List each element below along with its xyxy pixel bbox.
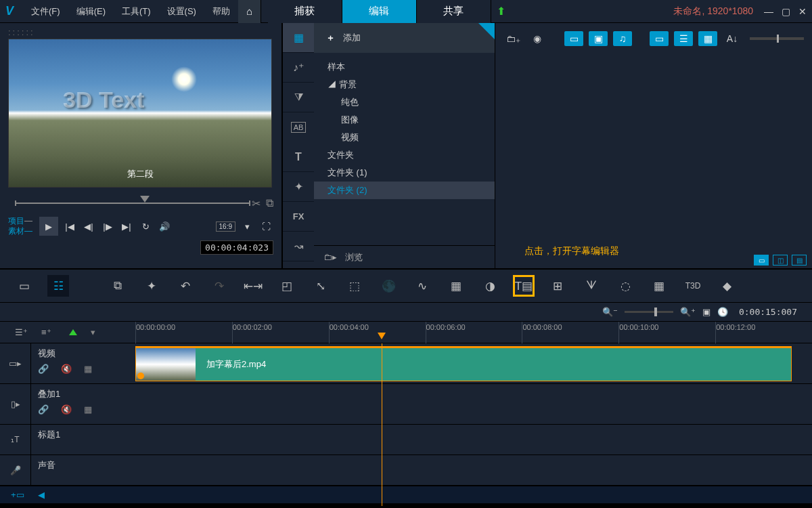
- lib-tab-title[interactable]: T: [283, 142, 314, 172]
- scrub-bar[interactable]: ✂ ⧉: [8, 193, 273, 211]
- copy-attrs-icon[interactable]: ⧉: [107, 275, 129, 297]
- track-type-audio[interactable]: 🎤: [0, 455, 31, 485]
- redo-button[interactable]: ↷: [208, 275, 230, 297]
- tree-folder[interactable]: 文件夹: [314, 146, 495, 164]
- filter-audio-icon[interactable]: ♫: [613, 31, 632, 46]
- track-type-video[interactable]: ▭▸: [0, 343, 31, 383]
- tab-edit[interactable]: 编辑: [342, 0, 417, 23]
- scrub-handle[interactable]: [140, 196, 150, 203]
- reverse-icon[interactable]: ▦: [445, 275, 467, 297]
- layout-view-3[interactable]: ▤: [792, 255, 807, 266]
- scroll-left-icon[interactable]: ◀: [38, 490, 45, 500]
- audio-track-lane[interactable]: [135, 455, 812, 486]
- fit-width-icon[interactable]: ⇤⇥: [242, 275, 264, 297]
- view-thumb-icon[interactable]: ▭: [650, 31, 669, 46]
- source-clip-label[interactable]: 素材—: [8, 226, 32, 236]
- playhead[interactable]: [382, 343, 382, 506]
- lib-tab-ab[interactable]: AB: [291, 122, 306, 133]
- video-track-lane[interactable]: 加字幕后2.mp4: [135, 343, 812, 384]
- timeline-duration[interactable]: 0:00:15:007: [735, 305, 801, 318]
- tree-sample[interactable]: 样本: [314, 58, 495, 76]
- pan-zoom-icon[interactable]: ⤡: [310, 275, 332, 297]
- zoom-slider[interactable]: [625, 311, 673, 313]
- aspect-ratio-button[interactable]: 16:9: [216, 221, 235, 232]
- zoom-out-icon[interactable]: 🔍⁻: [602, 307, 618, 317]
- video-clip[interactable]: 加字幕后2.mp4: [135, 346, 792, 381]
- tab-share[interactable]: 共享: [417, 0, 491, 23]
- crop-icon[interactable]: ◰: [276, 275, 298, 297]
- minimize-button[interactable]: —: [764, 6, 773, 17]
- mark-icon[interactable]: ⧉: [266, 197, 273, 210]
- storyboard-view-icon[interactable]: ▭: [14, 275, 35, 297]
- maximize-button[interactable]: ▢: [782, 6, 790, 17]
- go-end-button[interactable]: ▶|: [119, 219, 134, 234]
- menu-tools[interactable]: 工具(T): [114, 3, 159, 20]
- upload-icon[interactable]: ⬆: [497, 5, 505, 18]
- home-button[interactable]: ⌂: [238, 0, 261, 23]
- lib-tab-path[interactable]: ↝: [283, 232, 314, 261]
- 3d-title-icon[interactable]: T3D: [682, 275, 704, 297]
- tab-capture[interactable]: 捕获: [268, 0, 342, 23]
- mute-icon[interactable]: 🔇: [61, 364, 72, 374]
- track-motion-icon[interactable]: ◌: [614, 275, 636, 297]
- cut-icon[interactable]: ✂: [252, 197, 261, 210]
- track-opts-2[interactable]: ≡⁺: [41, 327, 51, 337]
- add-track-icon[interactable]: +▭: [11, 490, 24, 500]
- tree-background[interactable]: ◢ 背景: [314, 76, 495, 93]
- next-frame-button[interactable]: |▶: [100, 219, 115, 234]
- pin-icon[interactable]: [478, 23, 495, 39]
- import-folder-icon[interactable]: 🗀₊: [503, 31, 522, 46]
- filter-video-icon[interactable]: ▭: [564, 31, 583, 46]
- lib-tab-transitions[interactable]: ⧩: [283, 83, 314, 112]
- split-screen-icon[interactable]: ⊞: [547, 275, 568, 297]
- fullscreen-icon[interactable]: ⛶: [258, 219, 273, 234]
- lib-tab-audio[interactable]: ♪⁺: [283, 53, 314, 83]
- add-folder-button[interactable]: ＋ 添加: [314, 23, 495, 53]
- zoom-in-icon[interactable]: 🔍⁺: [680, 307, 696, 317]
- motion-icon[interactable]: ᗐ: [581, 275, 602, 297]
- multicam-icon[interactable]: ▦: [648, 275, 670, 297]
- tree-video[interactable]: 视频: [314, 129, 495, 146]
- view-list-icon[interactable]: ☰: [674, 31, 693, 46]
- sort-icon[interactable]: A↓: [723, 31, 742, 46]
- layout-view-2[interactable]: ◫: [773, 255, 788, 266]
- tools-icon[interactable]: ✦: [141, 275, 162, 297]
- browse-button[interactable]: 🗀▸ 浏览: [314, 245, 495, 268]
- source-project-label[interactable]: 项目—: [8, 216, 32, 226]
- timeline-view-icon[interactable]: ☷: [47, 275, 69, 297]
- go-start-button[interactable]: |◀: [62, 219, 77, 234]
- play-button[interactable]: ▶: [39, 217, 58, 236]
- loop-button[interactable]: ↻: [138, 219, 153, 234]
- color-icon[interactable]: 🌑: [378, 275, 399, 297]
- track-type-title[interactable]: ₁T: [0, 425, 31, 454]
- close-button[interactable]: ✕: [798, 6, 807, 17]
- time-ruler[interactable]: 00:00:00:00 00:00:02:00 00:00:04:00 00:0…: [135, 322, 812, 343]
- view-grid-icon[interactable]: ▦: [698, 31, 717, 46]
- lib-tab-graphics[interactable]: ✦: [283, 172, 314, 202]
- thumbnail-size-slider[interactable]: [750, 37, 804, 40]
- resize-icon[interactable]: ⬚: [344, 275, 365, 297]
- menu-settings[interactable]: 设置(S): [159, 3, 204, 20]
- volume-button[interactable]: 🔊: [157, 219, 172, 234]
- undo-button[interactable]: ↶: [175, 275, 196, 297]
- grid-icon[interactable]: ▦: [84, 364, 92, 374]
- filter-photo-icon[interactable]: ▣: [589, 31, 608, 46]
- menu-help[interactable]: 帮助: [204, 3, 238, 20]
- tree-solid-color[interactable]: 纯色: [314, 93, 495, 111]
- aspect-dropdown-icon[interactable]: ▾: [240, 219, 254, 234]
- zoom-fit-icon[interactable]: ▣: [702, 307, 710, 317]
- layout-view-1[interactable]: ▭: [754, 255, 769, 266]
- menu-file[interactable]: 文件(F): [23, 3, 68, 20]
- mask-icon[interactable]: ◑: [479, 275, 501, 297]
- timecode-display[interactable]: 00:00:04:023: [200, 240, 273, 255]
- paint-icon[interactable]: ◆: [716, 275, 738, 297]
- track-expand-icon[interactable]: [69, 329, 77, 335]
- tree-folder-2[interactable]: 文件夹 (2): [314, 182, 495, 199]
- lib-tab-fx[interactable]: FX: [283, 202, 314, 232]
- preview-viewport[interactable]: 3D Text 第二段: [8, 39, 272, 188]
- lib-tab-media[interactable]: ▦: [283, 23, 314, 53]
- link-icon[interactable]: 🔗: [38, 364, 49, 374]
- prev-frame-button[interactable]: ◀|: [81, 219, 96, 234]
- title-track-lane[interactable]: [135, 425, 812, 455]
- subtitle-editor-button[interactable]: T▤: [513, 275, 535, 297]
